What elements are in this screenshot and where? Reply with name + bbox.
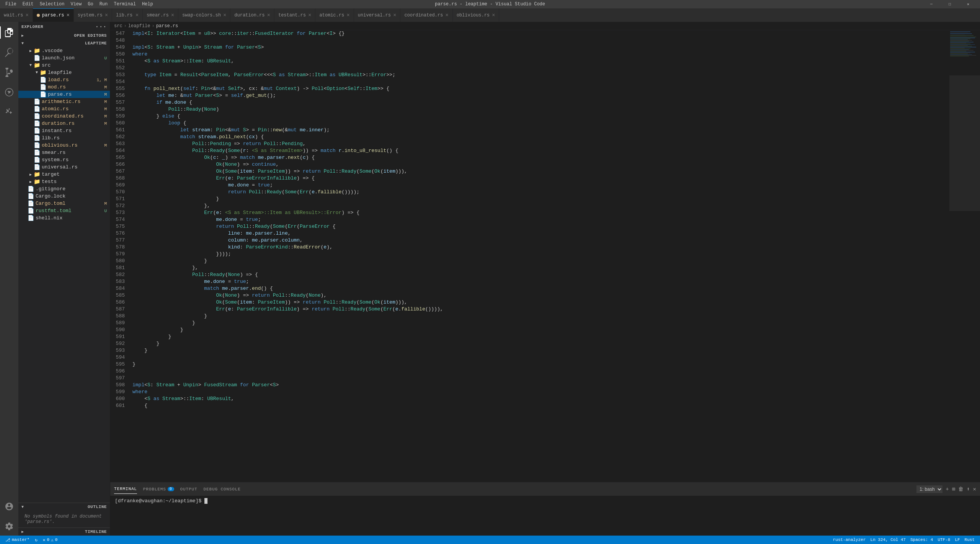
tree-item-instant-rs[interactable]: 📄 instant.rs: [18, 127, 110, 134]
tree-item-duration-rs[interactable]: 📄 duration.rs M: [18, 120, 110, 127]
terminal-content[interactable]: [dfranke@vaughan:~/leaptime]$: [110, 496, 980, 536]
outline-header[interactable]: ▼ OUTLINE: [18, 503, 110, 511]
menu-run[interactable]: Run: [97, 1, 110, 8]
tree-item-cargo-toml[interactable]: 📄 Cargo.toml M: [18, 200, 110, 207]
terminal-trash-icon[interactable]: 🗑: [958, 486, 964, 492]
tree-item-label: rustfmt.toml: [36, 208, 72, 214]
menu-view[interactable]: View: [68, 1, 84, 8]
status-encoding[interactable]: UTF-8: [935, 536, 952, 544]
tab-duration-rs[interactable]: duration.rs ×: [230, 8, 274, 22]
tab-close-icon[interactable]: ×: [136, 12, 139, 18]
open-editors-header[interactable]: ▶ OPEN EDITORS: [18, 32, 110, 39]
menu-go[interactable]: Go: [85, 1, 95, 8]
breadcrumb-parse-rs[interactable]: parse.rs: [156, 23, 178, 29]
tab-parse-rs[interactable]: parse.rs ×: [33, 8, 74, 22]
tab-swap-colors-sh[interactable]: swap-colors.sh ×: [178, 8, 230, 22]
menu-terminal[interactable]: Terminal: [111, 1, 138, 8]
status-spaces[interactable]: Spaces: 4: [908, 536, 935, 544]
tree-item-coordinated-rs[interactable]: 📄 coordinated.rs M: [18, 113, 110, 120]
status-position[interactable]: Ln 324, Col 47: [868, 536, 908, 544]
terminal-selector[interactable]: 1: bash: [916, 485, 942, 493]
tree-item-rustfmt-toml[interactable]: 📄 rustfmt.toml U: [18, 207, 110, 214]
tree-item-gitignore[interactable]: 📄 .gitignore: [18, 185, 110, 193]
tree-item-arithmetic-rs[interactable]: 📄 arithmetic.rs M: [18, 98, 110, 105]
source-control-icon[interactable]: [0, 63, 18, 82]
menu-help[interactable]: Help: [140, 1, 155, 8]
breadcrumb-leapfile[interactable]: leapfile: [128, 23, 150, 29]
tree-item-atomic-rs[interactable]: 📄 atomic.rs M: [18, 105, 110, 113]
tab-close-icon[interactable]: ×: [308, 12, 311, 18]
tree-item-shell-nix[interactable]: 📄 shell.nix: [18, 214, 110, 222]
tab-close-icon[interactable]: ×: [66, 12, 69, 18]
tab-close-icon[interactable]: ×: [25, 12, 28, 18]
tree-item-universal-rs[interactable]: 📄 universal.rs: [18, 163, 110, 171]
terminal-close-icon[interactable]: ✕: [973, 486, 976, 492]
tree-item-target[interactable]: ▶ 📁 target: [18, 171, 110, 178]
folder-icon: 📁: [40, 69, 46, 76]
explorer-more-icon[interactable]: ···: [95, 23, 107, 30]
tree-item-vscode[interactable]: ▶ 📁 .vscode: [18, 47, 110, 54]
minimize-button[interactable]: ─: [923, 0, 940, 8]
breadcrumb-src[interactable]: src: [114, 23, 122, 29]
tab-oblivious-rs[interactable]: oblivious.rs ×: [453, 8, 500, 22]
tab-close-icon[interactable]: ×: [346, 12, 350, 18]
tree-item-launch-json[interactable]: 📄 launch.json U: [18, 54, 110, 62]
tab-lib-rs[interactable]: lib.rs ×: [112, 8, 143, 22]
tree-item-src[interactable]: ▼ 📁 src: [18, 62, 110, 69]
status-language[interactable]: Rust: [962, 536, 977, 544]
tab-problems[interactable]: PROBLEMS 0: [143, 485, 174, 494]
code-content[interactable]: impl<I: Iterator<Item = u8>> core::iter:…: [129, 30, 949, 482]
run-debug-icon[interactable]: [0, 83, 18, 101]
tab-output[interactable]: OUTPUT: [180, 485, 198, 494]
tab-universal-rs[interactable]: universal.rs ×: [354, 8, 401, 22]
tab-terminal[interactable]: TERMINAL: [114, 484, 137, 494]
tab-close-icon[interactable]: ×: [445, 12, 448, 18]
tree-item-parse-rs[interactable]: 📄 parse.rs M: [18, 91, 110, 98]
tab-coordinated-rs[interactable]: coordinated.rs ×: [400, 8, 452, 22]
status-branch[interactable]: ⎇ master*: [3, 536, 32, 544]
tree-item-system-rs[interactable]: 📄 system.rs: [18, 156, 110, 163]
settings-icon[interactable]: [0, 517, 18, 536]
tree-item-mod-rs[interactable]: 📄 mod.rs M: [18, 83, 110, 91]
tab-close-icon[interactable]: ×: [105, 12, 108, 18]
tree-item-lib-rs[interactable]: 📄 lib.rs: [18, 134, 110, 142]
explorer-label: EXPLORER: [21, 25, 43, 29]
status-line-ending[interactable]: LF: [952, 536, 962, 544]
explorer-icon[interactable]: [0, 23, 18, 42]
menu-edit[interactable]: Edit: [20, 1, 36, 8]
explorer-header[interactable]: EXPLORER ···: [18, 22, 110, 32]
status-rust-analyzer[interactable]: rust-analyzer: [831, 536, 868, 544]
status-errors[interactable]: ✕ 0 ⚠ 0: [41, 536, 60, 544]
tab-atomic-rs[interactable]: atomic.rs ×: [315, 8, 354, 22]
tree-item-leapfile[interactable]: ▼ 📁 leapfile: [18, 69, 110, 76]
tree-item-load-rs[interactable]: 📄 load.rs 1, M: [18, 76, 110, 83]
maximize-button[interactable]: □: [941, 0, 959, 8]
tab-testant-rs[interactable]: testant.rs ×: [274, 8, 315, 22]
tab-debug-console[interactable]: DEBUG CONSOLE: [204, 485, 241, 494]
tree-item-tests[interactable]: ▶ 📁 tests: [18, 178, 110, 185]
tree-item-cargo-lock[interactable]: 📄 Cargo.lock: [18, 193, 110, 200]
timeline-header[interactable]: ▶ TIMELINE: [18, 528, 110, 536]
menu-file[interactable]: File: [3, 1, 19, 8]
accounts-icon[interactable]: [0, 497, 18, 516]
tab-close-icon[interactable]: ×: [267, 12, 270, 18]
leaptime-header[interactable]: ▼ LEAPTIME: [18, 39, 110, 47]
tab-close-icon[interactable]: ×: [393, 12, 396, 18]
tab-smear-rs[interactable]: smear.rs ×: [143, 8, 178, 22]
code-editor[interactable]: 547548549550551 552553554555556 55755855…: [110, 30, 980, 482]
search-icon[interactable]: [0, 43, 18, 62]
tab-close-icon[interactable]: ×: [223, 12, 226, 18]
extensions-icon[interactable]: [0, 103, 18, 121]
tab-close-icon[interactable]: ×: [171, 12, 174, 18]
tree-item-oblivious-rs[interactable]: 📄 oblivious.rs M: [18, 142, 110, 149]
tree-item-smear-rs[interactable]: 📄 smear.rs: [18, 149, 110, 156]
close-button[interactable]: ✕: [959, 0, 977, 8]
status-sync[interactable]: ↻: [33, 536, 40, 544]
menu-selection[interactable]: Selection: [38, 1, 67, 8]
tab-wait-rs[interactable]: wait.rs ×: [0, 8, 33, 22]
tab-system-rs[interactable]: system.rs ×: [74, 8, 112, 22]
tab-close-icon[interactable]: ×: [492, 12, 495, 18]
terminal-split-icon[interactable]: ⊞: [952, 486, 955, 492]
terminal-maximize-icon[interactable]: ⬆: [967, 486, 970, 492]
terminal-add-icon[interactable]: +: [946, 486, 949, 492]
